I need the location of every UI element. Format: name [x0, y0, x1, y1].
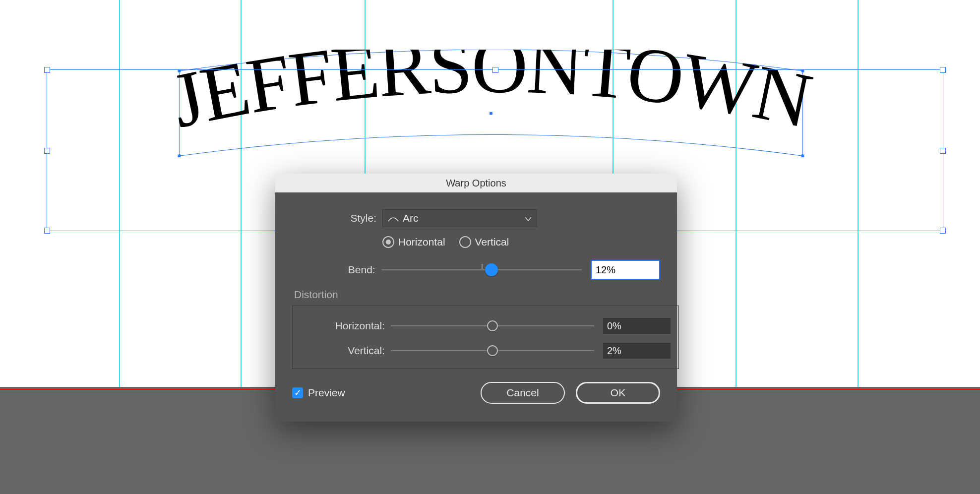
warp-options-dialog: Warp Options Style: Arc Horizontal [275, 174, 677, 422]
dist-vertical-slider[interactable] [391, 345, 594, 357]
svg-rect-1 [178, 154, 181, 157]
radio-unselected-icon [459, 236, 471, 248]
direction-horizontal-label: Horizontal [398, 236, 445, 248]
checkmark-icon: ✓ [292, 387, 303, 398]
bend-label: Bend: [292, 264, 375, 276]
style-label: Style: [292, 212, 376, 224]
bend-slider-thumb[interactable] [485, 263, 498, 276]
style-value: Arc [403, 212, 419, 224]
dist-vertical-label: Vertical: [301, 345, 385, 357]
dist-horizontal-thumb[interactable] [487, 320, 498, 331]
distortion-section-label: Distortion [294, 289, 660, 301]
direction-vertical-radio[interactable]: Vertical [459, 236, 509, 248]
svg-rect-3 [801, 154, 804, 157]
dist-vertical-thumb[interactable] [487, 345, 498, 356]
direction-vertical-label: Vertical [475, 236, 509, 248]
radio-selected-icon [382, 236, 394, 248]
jeffersontown-text: JEFFERSONTOWN [164, 50, 817, 144]
style-dropdown[interactable]: Arc [382, 209, 537, 227]
preview-label: Preview [308, 387, 345, 399]
distortion-group: Horizontal: 0% Vertical: 2% [292, 306, 679, 369]
cancel-button[interactable]: Cancel [481, 382, 565, 404]
dist-vertical-value[interactable]: 2% [603, 343, 671, 359]
preview-checkbox[interactable]: ✓ Preview [292, 387, 345, 399]
dialog-title[interactable]: Warp Options [275, 174, 677, 192]
dist-horizontal-slider[interactable] [391, 320, 594, 332]
envelope-bottom-edge [179, 134, 802, 156]
svg-rect-5 [490, 112, 492, 115]
chevron-down-icon [525, 212, 532, 224]
dist-horizontal-value[interactable]: 0% [603, 318, 671, 334]
dist-horizontal-label: Horizontal: [301, 320, 385, 332]
bend-slider[interactable] [381, 264, 582, 276]
bend-value-input[interactable] [591, 260, 660, 280]
arc-icon [388, 214, 399, 222]
ok-button[interactable]: OK [576, 382, 660, 404]
direction-horizontal-radio[interactable]: Horizontal [382, 236, 445, 248]
